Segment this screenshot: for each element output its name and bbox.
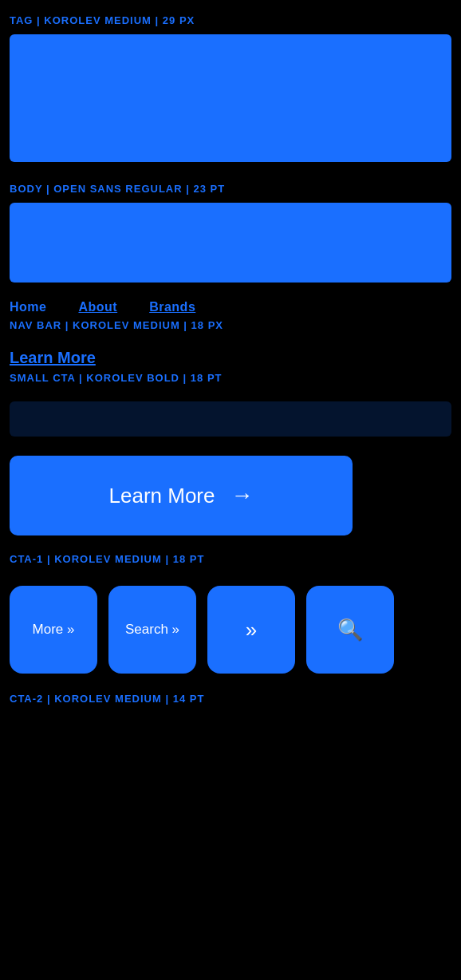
nav-item-about[interactable]: About	[78, 300, 117, 314]
arrow-right-icon: →	[230, 483, 253, 508]
learn-more-button-label: Learn More	[109, 484, 215, 508]
cta2-label: CTA-2 | KOROLEV MEDIUM | 14 pt	[10, 693, 451, 705]
tag-label: TAG | KOROLEV MEDIUM | 29 px	[10, 14, 451, 26]
cta1-label: CTA-1 | KOROLEV MEDIUM | 18 pt	[10, 553, 451, 565]
learn-more-button[interactable]: Learn More →	[10, 456, 353, 535]
small-buttons-row: More » Search » » 🔍	[10, 586, 451, 674]
chevron-double-right-icon: »	[246, 618, 257, 642]
body-label: BODY | OPEN SANS REGULAR | 23 pt	[10, 183, 451, 195]
nav-bar-label: NAV BAR | KOROLEV MEDIUM | 18 px	[10, 319, 451, 331]
nav-item-home[interactable]: Home	[10, 300, 46, 314]
more-button-label: More »	[33, 622, 75, 638]
tag-block-1	[10, 34, 451, 162]
spacer-block	[10, 401, 451, 437]
nav-item-brands[interactable]: Brands	[149, 300, 195, 314]
search-icon-button[interactable]: 🔍	[306, 586, 394, 674]
search-button[interactable]: Search »	[108, 586, 196, 674]
nav-bar: Home About Brands	[10, 300, 451, 314]
chevron-double-right-button[interactable]: »	[207, 586, 295, 674]
more-button[interactable]: More »	[10, 586, 97, 674]
small-cta-label: SMALL CTA | KOROLEV BOLD | 18 pt	[10, 372, 451, 384]
learn-more-cta-text[interactable]: Learn More	[10, 349, 451, 367]
search-icon: 🔍	[337, 618, 363, 642]
body-block	[10, 203, 451, 283]
search-button-label: Search »	[125, 622, 179, 638]
